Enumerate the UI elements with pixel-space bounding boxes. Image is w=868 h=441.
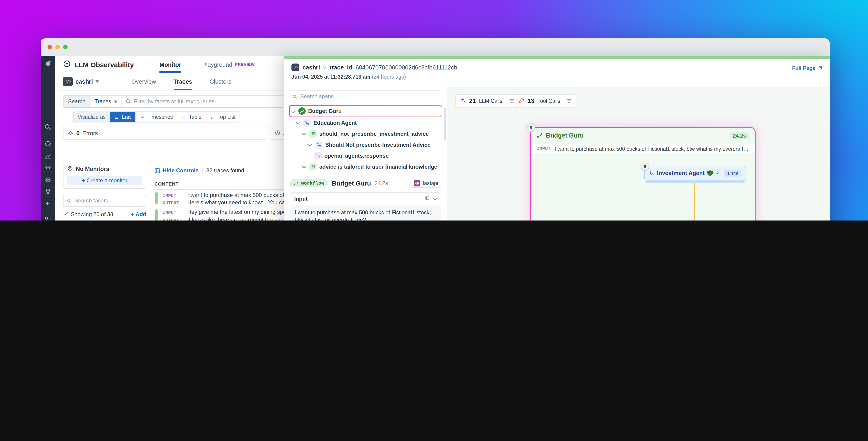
span-name: Budget Guru xyxy=(308,108,342,114)
search-scope-dropdown[interactable]: Traces xyxy=(90,95,122,108)
filter-icon[interactable] xyxy=(509,99,514,103)
search-label: Search xyxy=(63,95,90,108)
chevron-down-icon[interactable] xyxy=(302,131,306,136)
search-icon xyxy=(292,94,298,99)
create-monitor-button[interactable]: + Create a monitor xyxy=(67,176,142,185)
workflow-span-count-badge: 6 xyxy=(526,123,535,132)
llm-calls-chip[interactable]: 21 LLM Calls xyxy=(456,94,518,108)
agent-name: Investment Agent xyxy=(657,170,705,176)
metrics-icon[interactable] xyxy=(44,152,52,159)
chevron-down-icon[interactable] xyxy=(296,120,300,124)
span-tree-row[interactable]: Should Not prescribe Investment Advice xyxy=(289,139,442,150)
layers-icon[interactable] xyxy=(44,187,52,195)
span-tree-row[interactable]: Budget Guru xyxy=(289,105,442,117)
search-input[interactable]: Filter by facets or full text queries xyxy=(122,95,283,108)
trace-age: (24 hours ago) xyxy=(372,74,406,80)
watchdog-eye-icon[interactable] xyxy=(44,164,52,171)
history-icon[interactable] xyxy=(44,140,52,148)
panel-header: </> cashri > trace_id 68406707000000002d… xyxy=(284,59,830,86)
visualize-list-button[interactable]: List xyxy=(110,112,135,122)
input-card-body: I want to purchase at max 500 bucks of F… xyxy=(290,205,441,220)
chevron-down-icon[interactable] xyxy=(290,108,295,113)
search-icon[interactable] xyxy=(44,123,52,131)
output-text: Here's what you need to know: - You can … xyxy=(187,199,292,206)
breadcrumb-trace-key: trace_id xyxy=(330,64,352,71)
trace-timestamp: Jun 04, 2025 at 11:32:28.713 am (24 hour… xyxy=(291,74,822,80)
span-tree-row[interactable]: should_not_prescribe_investment_advice xyxy=(289,128,442,139)
visualize-timeseries-button[interactable]: Timeseries xyxy=(135,112,177,122)
tool-calls-chip[interactable]: 13 Tool Calls xyxy=(514,94,576,108)
trace-id-value[interactable]: 68406707000000002d6c8cfb611112cb xyxy=(355,64,457,71)
code-icon: </> xyxy=(63,77,73,86)
trace-detail-panel: </> cashri > trace_id 68406707000000002d… xyxy=(284,56,830,220)
span-detail: Workflow Budget Guru 24.2s fastapi xyxy=(284,174,447,220)
trace-row[interactable]: INPUTHey give me the latest on my dining… xyxy=(154,207,292,220)
output-text: It looks like there are no recent transa… xyxy=(187,216,292,220)
span-tree-row[interactable]: Education Agent xyxy=(289,117,442,128)
tree-scrollbar[interactable] xyxy=(444,108,446,140)
window-titlebar[interactable] xyxy=(41,38,830,56)
visualize-toplist-button[interactable]: Top List xyxy=(206,112,240,122)
service-chip[interactable]: fastapi xyxy=(411,179,441,188)
trace-list: Hide Controls 82 traces found CONTENT IN… xyxy=(154,158,292,220)
clock-icon xyxy=(275,129,280,137)
apm-binoculars-icon[interactable] xyxy=(44,175,52,183)
full-page-link[interactable]: Full Page xyxy=(792,65,822,71)
tab-monitor[interactable]: Monitor xyxy=(159,56,181,73)
datadog-logo-icon[interactable] xyxy=(44,60,52,68)
fastapi-icon xyxy=(414,180,420,186)
app-window: LLM Observability Monitor Playground PRE… xyxy=(41,38,830,220)
agent-node[interactable]: 5 Investment Agent ! ✓ 3.44s xyxy=(644,166,746,180)
tool-calls-count: 13 xyxy=(528,97,534,104)
lightning-icon[interactable] xyxy=(44,199,52,207)
input-label: INPUT xyxy=(163,193,184,199)
content-column-header: CONTENT xyxy=(154,181,292,190)
span-search-input[interactable]: Search spans xyxy=(289,90,442,102)
agent-duration-pill: 3.44s xyxy=(723,170,741,177)
input-card-title: Input xyxy=(294,196,308,202)
trace-row[interactable]: INPUTI want to purchase at max 500 bucks… xyxy=(154,190,292,207)
search-icon xyxy=(67,198,72,203)
minimize-window-button[interactable] xyxy=(55,45,60,49)
tab-clusters[interactable]: Clusters xyxy=(210,73,231,90)
input-text: Hey give me the latest on my dining spen… xyxy=(187,209,292,215)
span-search-placeholder: Search spans xyxy=(300,93,334,99)
errors-summary: 0 Errors xyxy=(63,126,266,140)
tab-overview[interactable]: Overview xyxy=(131,73,156,90)
span-tree-row[interactable]: openai_agents.response xyxy=(289,150,442,161)
chevron-down-icon xyxy=(96,81,99,83)
llm-sparkle-icon xyxy=(314,152,321,159)
desktop: LLM Observability Monitor Playground PRE… xyxy=(0,0,868,220)
showing-count: Showing 26 of 38 xyxy=(71,211,113,217)
breadcrumb-service[interactable]: cashri xyxy=(303,64,320,71)
agent-icon xyxy=(315,141,322,148)
filter-icon[interactable] xyxy=(567,99,572,103)
chevron-down-icon[interactable] xyxy=(308,142,312,146)
preview-badge: PREVIEW xyxy=(235,62,255,67)
tab-traces[interactable]: Traces xyxy=(174,73,192,90)
agent-icon xyxy=(303,119,311,126)
facet-search-input[interactable]: Search facets xyxy=(63,195,146,207)
breadcrumb-separator: > xyxy=(323,64,327,70)
span-detail-duration: 24.2s xyxy=(375,180,388,186)
panel-status-strip xyxy=(284,56,830,59)
chevron-down-icon[interactable] xyxy=(302,164,306,168)
tab-playground[interactable]: Playground xyxy=(202,56,232,73)
span-tree: Budget Guru Educatio xyxy=(284,105,447,172)
integrations-hexagons-icon[interactable] xyxy=(44,215,52,220)
collapse-icon[interactable] xyxy=(433,196,437,200)
add-facet-button[interactable]: + Add xyxy=(131,211,146,217)
workflow-kind-chip: Workflow xyxy=(290,179,328,187)
service-selector[interactable]: </> cashri xyxy=(63,77,99,86)
facet-showing-row: Showing 26 of 38 + Add xyxy=(63,211,146,217)
evaluation-icon xyxy=(309,130,317,137)
search-placeholder: Filter by facets or full text queries xyxy=(134,98,215,105)
hide-controls-button[interactable]: Hide Controls xyxy=(154,167,198,174)
copy-icon[interactable] xyxy=(425,196,430,202)
workflow-container[interactable]: 6 Budget Guru 24.2s INPUT I want to purc… xyxy=(530,127,755,220)
agent-span-count-badge: 5 xyxy=(641,163,649,171)
visualize-table-button[interactable]: Table xyxy=(177,112,206,122)
close-window-button[interactable] xyxy=(48,45,52,49)
span-tree-row[interactable]: advice is tailored to user financial kno… xyxy=(289,161,442,172)
zoom-window-button[interactable] xyxy=(63,45,68,49)
